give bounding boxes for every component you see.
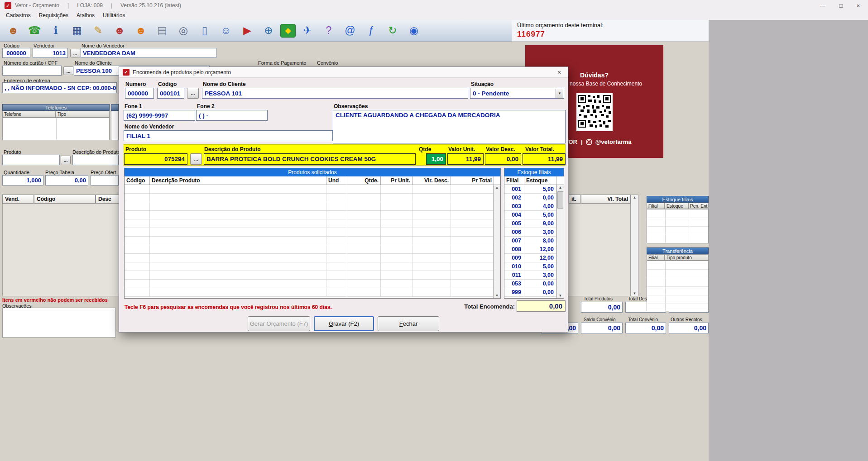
- menu-cadastros[interactable]: Cadastros: [2, 11, 35, 19]
- pcol-qtde: Qtde.: [347, 176, 381, 185]
- dlg-fone1-field[interactable]: (62) 9999-9997: [124, 110, 195, 121]
- estoque-grid-scrollbar[interactable]: ▲ ▼: [556, 185, 564, 298]
- side-panel-sliver: [111, 104, 119, 111]
- query-icon[interactable]: ?: [319, 22, 338, 40]
- scroll-up-icon[interactable]: ▲: [559, 185, 562, 190]
- observacoes-textarea[interactable]: [2, 308, 116, 337]
- scroll-up-icon[interactable]: ▲: [633, 195, 637, 200]
- menu-utilitarios[interactable]: Utilitários: [99, 11, 129, 19]
- estoque-body: 0015,000020,000034,000045,000059,000063,…: [504, 185, 564, 299]
- quantidade-field[interactable]: 1,000: [2, 175, 43, 185]
- dlg-situacao-dropdown[interactable]: 0 - Pendente ▼: [470, 88, 564, 99]
- save-icon[interactable]: ▦: [67, 22, 86, 40]
- produtos-row: [125, 245, 500, 254]
- estoque-panel-col-estoque: Estoque: [665, 203, 688, 209]
- estoque-grid-title: Estoque filiais: [504, 168, 564, 176]
- estoque-row: 0105,00: [504, 262, 564, 271]
- forma-pagamento-label: Forma de Pagamento: [258, 60, 306, 66]
- toolbar: ☻☎ℹ▦✎☻☻▤◎▯☺▶⊕◆✈?@ƒ↻◉: [0, 20, 512, 42]
- cliente-lookup-button[interactable]: ...: [63, 67, 73, 75]
- sellers-icon[interactable]: ☻: [110, 22, 129, 40]
- close-button[interactable]: ×: [856, 2, 860, 9]
- dlg-fone2-field[interactable]: ( ) -: [196, 110, 268, 121]
- delivery-icon[interactable]: ▶: [238, 22, 257, 40]
- maximize-button[interactable]: □: [839, 2, 843, 9]
- f6-hint-text: Tecle F6 para pesquisar as encomendas qu…: [125, 304, 332, 310]
- scroll-down-icon[interactable]: ▼: [495, 294, 499, 298]
- dialog-titlebar[interactable]: ✓ Encomenda de produtos pelo orçamento ×: [119, 67, 568, 78]
- pcol-und: Und: [326, 176, 347, 185]
- produto-lookup-button[interactable]: ...: [61, 156, 71, 164]
- produtos-row: [125, 262, 500, 271]
- search-icon[interactable]: ◎: [174, 22, 193, 40]
- dlg-valor-desc-label: Valor Desc.: [486, 146, 515, 152]
- dlg-qtde-field[interactable]: 1,00: [426, 153, 446, 165]
- support-phone-icon[interactable]: ☎: [25, 22, 44, 40]
- ecol-estoque: Estoque: [524, 176, 556, 185]
- dlg-observacoes-textarea[interactable]: CLIENTE AGUARDANDO A CHEGADA DA MERCADOR…: [333, 110, 566, 143]
- kb-title: Dúvidas?: [580, 71, 609, 79]
- clients-icon[interactable]: ☻: [4, 22, 23, 40]
- kb-social-handle: @vetorfarma: [595, 138, 632, 145]
- minimize-button[interactable]: —: [820, 2, 826, 9]
- user-icon[interactable]: ☺: [216, 22, 235, 40]
- edit-icon[interactable]: ✎: [89, 22, 108, 40]
- refresh-icon[interactable]: ↻: [383, 22, 402, 40]
- brazil-flag-icon[interactable]: ◆: [280, 24, 296, 38]
- dlg-produto-lookup-button[interactable]: ...: [190, 153, 202, 165]
- preco-tabela-field[interactable]: 0,00: [45, 175, 88, 185]
- telefones-col-telefone: Telefone: [2, 111, 56, 118]
- menu-requisicoes[interactable]: Requisições: [35, 11, 72, 19]
- scrollbar-thumb[interactable]: [557, 191, 563, 209]
- dlg-produto-field[interactable]: 075294: [124, 153, 187, 165]
- dlg-descricao-field[interactable]: BARRA PROTEICA BOLD CRUNCH COOKIES CREAM…: [204, 153, 416, 165]
- dlg-nome-vendedor-field[interactable]: FILIAL 1: [124, 130, 333, 141]
- produto-field[interactable]: [2, 155, 60, 165]
- dlg-valor-total-field[interactable]: 11,99: [523, 153, 566, 165]
- dlg-nome-cliente-field[interactable]: PESSOA 101: [202, 88, 468, 99]
- send-icon[interactable]: ✈: [298, 22, 317, 40]
- endereco-field[interactable]: , , NÃO INFORMADO - SN CEP: 00.000-00: [2, 82, 117, 93]
- nome-vendedor-field[interactable]: VENDEDORA DAM: [81, 48, 216, 58]
- dlg-cliente-lookup-button[interactable]: ...: [187, 88, 199, 99]
- dlg-numero-field[interactable]: 000000: [125, 88, 154, 99]
- produtos-row: [125, 271, 500, 280]
- copy-icon[interactable]: ▤: [153, 22, 172, 40]
- catalog-icon[interactable]: ▯: [195, 22, 214, 40]
- scroll-down-icon[interactable]: ▼: [633, 291, 637, 295]
- produtos-grid-scrollbar[interactable]: ▲ ▼: [493, 185, 500, 298]
- dialog-logo-icon: ✓: [123, 69, 129, 76]
- codigo-field[interactable]: 000000: [2, 48, 30, 58]
- cartao-cpf-field[interactable]: [2, 66, 62, 76]
- produtos-solicitados-grid: Produtos solicitados Código Descrição Pr…: [124, 168, 501, 299]
- telefones-body[interactable]: [2, 118, 110, 140]
- produtos-row: [125, 194, 500, 202]
- info-icon[interactable]: ℹ: [46, 22, 65, 40]
- customer-search-icon[interactable]: ☻: [131, 22, 150, 40]
- items-grid-scrollbar[interactable]: ▲ ▼: [631, 195, 638, 296]
- fechar-button[interactable]: Fechar: [378, 316, 439, 331]
- dlg-numero-label: Numero: [125, 81, 146, 87]
- dlg-produto-label: Produto: [125, 146, 146, 152]
- descricao-produto-field[interactable]: [72, 155, 119, 165]
- formula-icon[interactable]: ƒ: [362, 22, 381, 40]
- scroll-up-icon[interactable]: ▲: [495, 185, 499, 190]
- total-convenio-label: Total Convênio: [628, 317, 658, 322]
- quantidade-label: Quantidade: [4, 170, 29, 175]
- scroll-down-icon[interactable]: ▼: [559, 294, 562, 298]
- dlg-codigo-field[interactable]: 000101: [157, 88, 184, 99]
- target-icon[interactable]: ◉: [404, 22, 423, 40]
- vendedor-lookup-button[interactable]: ...: [70, 49, 80, 57]
- at-icon[interactable]: @: [340, 22, 360, 40]
- outros-recbtos-label: Outros Recbtos: [671, 317, 702, 322]
- dialog-close-icon[interactable]: ×: [554, 68, 564, 76]
- preco-oferta-field[interactable]: [91, 175, 119, 185]
- outros-recbtos-field: 0,00: [669, 323, 709, 333]
- gravar-button[interactable]: Gravar (F2): [314, 316, 374, 331]
- globe-cart-icon[interactable]: ⊕: [259, 22, 278, 40]
- dropdown-arrow-icon[interactable]: ▼: [556, 89, 563, 98]
- dlg-valor-unit-field[interactable]: 11,99: [447, 153, 484, 165]
- dlg-valor-desc-field[interactable]: 0,00: [485, 153, 521, 165]
- menu-atalhos[interactable]: Atalhos: [72, 11, 99, 19]
- vendedor-field[interactable]: 1013: [33, 48, 68, 58]
